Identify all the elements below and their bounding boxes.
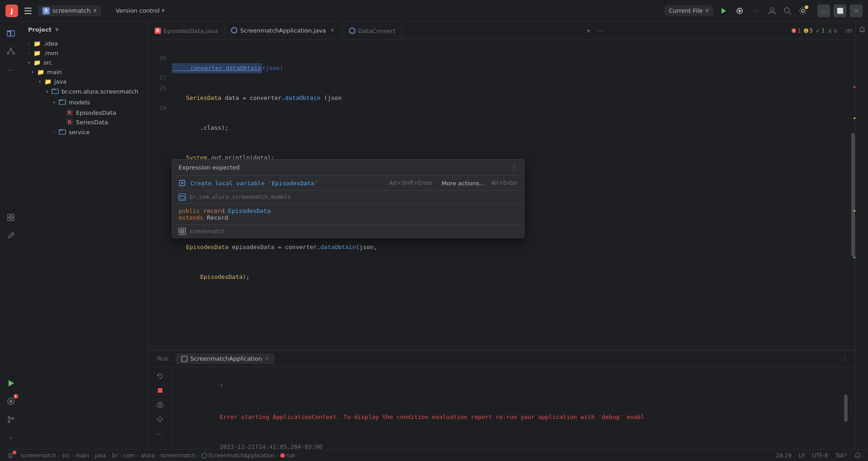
- activity-debug-button[interactable]: 1: [3, 393, 19, 409]
- activity-expand-button[interactable]: ›: [3, 429, 19, 446]
- tree-item-java[interactable]: ▾ 📁 java: [24, 77, 146, 86]
- output-scroll-up: ↑: [177, 371, 837, 400]
- scrollbar-thumb[interactable]: [851, 133, 855, 257]
- activity-structure-button[interactable]: [3, 43, 19, 60]
- activity-project-button[interactable]: [3, 25, 19, 42]
- status-encoding[interactable]: UTF-8: [809, 452, 832, 459]
- popup-project-row: screenmatch: [172, 225, 524, 238]
- activity-run-button[interactable]: [3, 375, 19, 391]
- popup-more-icon[interactable]: ⋮: [510, 163, 518, 172]
- popup-more-actions-label[interactable]: More actions...: [442, 180, 485, 187]
- more-run-options-button[interactable]: ⋯: [750, 5, 762, 17]
- code-line-26: SeriesData data = converter.dataObtain (…: [172, 93, 851, 103]
- tree-item-service[interactable]: › service: [24, 127, 146, 137]
- status-line-ending[interactable]: LF: [795, 452, 809, 459]
- svg-marker-0: [722, 8, 726, 14]
- run-output-scrollbar[interactable]: [843, 367, 849, 449]
- tab-dots-button[interactable]: ⋯: [594, 22, 607, 39]
- italic-m-indicator: m: [845, 27, 852, 35]
- activity-more-button[interactable]: ⋯: [3, 61, 19, 78]
- svg-point-8: [784, 8, 789, 13]
- svg-point-26: [9, 400, 12, 403]
- debug-button[interactable]: [733, 5, 746, 17]
- bottom-tab-run[interactable]: Run: [152, 353, 174, 364]
- status-notifications-right[interactable]: [851, 452, 864, 459]
- popup-suggestion-row[interactable]: Create local variable 'EpisodesData' Alt…: [172, 176, 524, 191]
- activity-tools-button[interactable]: [3, 227, 19, 244]
- bc-sep-6: ›: [137, 452, 139, 459]
- version-control-selector[interactable]: Version control ▼: [112, 5, 169, 16]
- tab-screenmatch-app[interactable]: ScreenmatchApplication.java ✕: [225, 22, 343, 39]
- tree-toggle-src[interactable]: ▾: [25, 59, 33, 66]
- status-indent[interactable]: Tab*: [832, 452, 851, 459]
- bottom-tab-app[interactable]: ScreenmatchApplication ✕: [176, 353, 274, 364]
- popup-suggestion-text: Create local variable 'EpisodesData': [190, 180, 318, 187]
- vc-dropdown-icon: ▼: [161, 8, 165, 13]
- titlebar-right: — ⬜ ✕: [766, 5, 863, 17]
- notifications-button[interactable]: [858, 25, 867, 34]
- profile-button[interactable]: [766, 5, 778, 17]
- run-button[interactable]: [717, 5, 730, 17]
- status-notifications[interactable]: [4, 450, 17, 461]
- tree-item-main[interactable]: ▾ 📁 main: [24, 67, 146, 76]
- indent-label: Tab*: [835, 452, 847, 459]
- stop-button[interactable]: [154, 384, 166, 397]
- app-tab-icon: [181, 356, 188, 362]
- run-target-selector[interactable]: Current File ▼: [665, 5, 713, 16]
- tree-toggle-service[interactable]: ›: [51, 129, 58, 136]
- svg-rect-38: [180, 230, 184, 233]
- close-button[interactable]: ✕: [850, 5, 863, 17]
- search-button[interactable]: [781, 5, 794, 17]
- run-more-options[interactable]: ⋯: [154, 428, 166, 440]
- tree-toggle-java[interactable]: ▾: [36, 78, 43, 85]
- pin-button[interactable]: [154, 413, 166, 426]
- right-panel-bar: [855, 22, 868, 449]
- svg-rect-21: [8, 218, 10, 221]
- tree-item-br-pkg[interactable]: ▾ br.com.alura.screenmatch: [24, 86, 146, 97]
- editor-more-options[interactable]: m: [841, 22, 855, 39]
- tab-episodes-data[interactable]: R EpisodesData.java: [148, 22, 225, 39]
- activity-git-button[interactable]: [3, 411, 19, 428]
- tree-item-idea[interactable]: › 📁 .idea: [24, 39, 146, 48]
- popup-class-def: public record EpisodesData extends Recor…: [172, 204, 524, 225]
- restart-run-button[interactable]: [154, 370, 166, 382]
- tree-toggle-idea[interactable]: ›: [25, 40, 33, 47]
- tab-data-convert[interactable]: DataConvert: [343, 22, 402, 39]
- activity-plugins-button[interactable]: [3, 209, 19, 226]
- project-selector[interactable]: S screenmatch ▼: [38, 5, 101, 16]
- popup-shortcut: Alt+Shift+Enter: [389, 180, 433, 186]
- sidebar-title: Project: [28, 26, 52, 33]
- code-editor[interactable]: 26 27 28 29 converter.dataObtain(json): [148, 40, 851, 350]
- main-menu-button[interactable]: [22, 5, 34, 17]
- tree-item-episodes-data[interactable]: R EpisodesData: [24, 108, 146, 117]
- app-logo: J: [5, 5, 18, 17]
- encoding-label: UTF-8: [812, 452, 828, 459]
- nav-arrows: ∧ ∨: [828, 27, 838, 34]
- tree-toggle-br-pkg[interactable]: ▾: [43, 88, 51, 95]
- popup-keyword-record: record: [203, 207, 228, 214]
- tree-item-src[interactable]: ▾ 📁 src: [24, 58, 146, 67]
- tree-item-series-data[interactable]: R SeriesData: [24, 118, 146, 127]
- tree-item-mvn[interactable]: › 📁 .mvn: [24, 48, 146, 57]
- maximize-button[interactable]: ⬜: [834, 5, 846, 17]
- tree-item-models[interactable]: ▾ models: [24, 97, 146, 108]
- tab-close-screenmatch[interactable]: ✕: [329, 27, 336, 34]
- project-icon: S: [42, 7, 50, 14]
- bottom-panel-more-button[interactable]: ⋮: [839, 355, 852, 362]
- tree-toggle-main[interactable]: ▾: [29, 68, 36, 75]
- minimize-button[interactable]: —: [817, 5, 830, 17]
- tree-toggle-mvn[interactable]: ›: [25, 49, 33, 56]
- settings-button[interactable]: [797, 5, 809, 17]
- models-folder-icon: [59, 98, 66, 107]
- tree-toggle-models[interactable]: ▾: [51, 99, 58, 106]
- sidebar-dropdown-icon: ▼: [55, 27, 59, 32]
- bottom-tab-close-button[interactable]: ✕: [264, 356, 269, 362]
- tab-more-button[interactable]: ▾: [583, 22, 594, 39]
- screenshot-button[interactable]: [154, 399, 166, 411]
- editor-area: R EpisodesData.java ScreenmatchApplicati…: [148, 22, 855, 350]
- editor-scrollbar[interactable]: [851, 40, 855, 350]
- nav-down-button[interactable]: ∨: [833, 27, 838, 34]
- nav-up-button[interactable]: ∧: [828, 27, 832, 34]
- breadcrumb-br: br: [112, 452, 118, 459]
- status-position[interactable]: 28:29: [773, 452, 796, 459]
